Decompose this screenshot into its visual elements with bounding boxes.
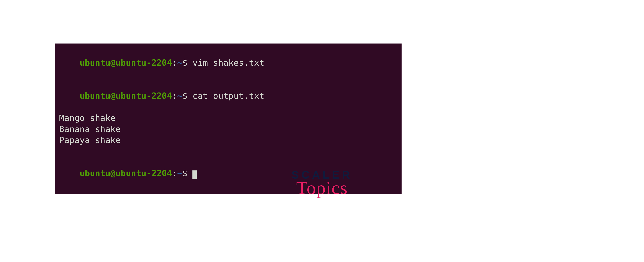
blank-line bbox=[59, 146, 398, 157]
prompt-path: ~ bbox=[177, 91, 182, 101]
prompt-line-2: ubuntu@ubuntu-2204:~$ cat output.txt bbox=[59, 79, 398, 113]
user-host: ubuntu@ubuntu-2204 bbox=[80, 168, 172, 178]
output-line: Papaya shake bbox=[59, 135, 398, 146]
command-text: vim shakes.txt bbox=[192, 58, 264, 68]
command-text: cat output.txt bbox=[192, 91, 264, 101]
prompt-colon: : bbox=[172, 168, 177, 178]
output-line: Mango shake bbox=[59, 113, 398, 124]
prompt-line-1: ubuntu@ubuntu-2204:~$ vim shakes.txt bbox=[59, 46, 398, 79]
logo-text-sub: Topics bbox=[292, 177, 352, 199]
cursor-icon[interactable] bbox=[192, 170, 196, 179]
prompt-dollar: $ bbox=[182, 58, 192, 68]
brand-logo: SCALER Topics bbox=[292, 168, 352, 199]
prompt-path: ~ bbox=[177, 168, 182, 178]
user-host: ubuntu@ubuntu-2204 bbox=[80, 58, 172, 68]
prompt-colon: : bbox=[172, 58, 177, 68]
prompt-dollar: $ bbox=[182, 91, 192, 101]
output-line: Banana shake bbox=[59, 124, 398, 135]
prompt-path: ~ bbox=[177, 58, 182, 68]
user-host: ubuntu@ubuntu-2204 bbox=[80, 91, 172, 101]
prompt-colon: : bbox=[172, 91, 177, 101]
prompt-dollar: $ bbox=[182, 168, 192, 178]
